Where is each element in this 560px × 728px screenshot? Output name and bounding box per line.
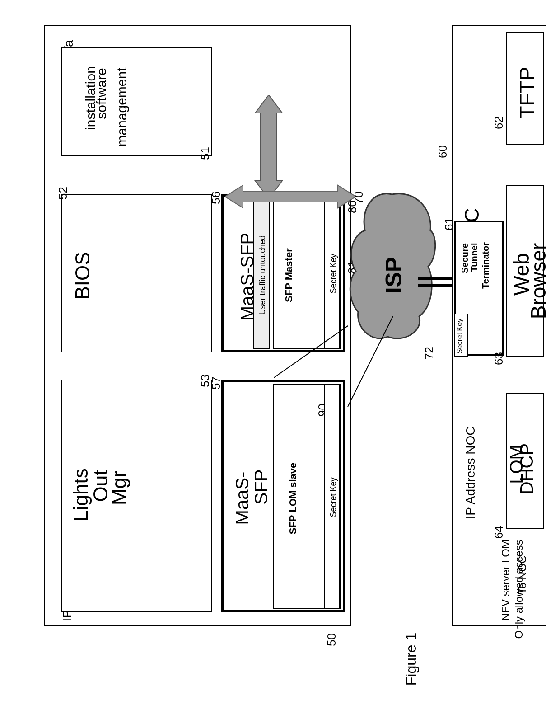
figure-label: Figure 1 — [403, 633, 420, 686]
noc-note-1: NFV server LOM — [499, 540, 512, 621]
tunnel-line-1 — [418, 277, 455, 280]
stt-line-1: Secure — [460, 243, 470, 273]
ref-50: 50 — [325, 633, 339, 646]
lom-connection-line — [343, 316, 406, 416]
tftp-label: TFTP — [515, 67, 539, 119]
secret-key-bottom-label: Secret Key — [329, 477, 338, 517]
sfp-master-label: SFP Master — [283, 248, 295, 302]
install-line-3: management — [114, 67, 130, 146]
maas-sfp-bottom-title-2: SFP — [251, 470, 271, 505]
svg-line-2 — [348, 316, 393, 407]
svg-marker-1 — [225, 185, 356, 208]
stt-line-3: Terminator — [481, 242, 491, 289]
ip-noc-label: IP Address NOC — [463, 427, 478, 519]
ref-51: 51 — [198, 147, 212, 160]
ref-60: 60 — [436, 145, 450, 158]
user-traffic-arrow-icon — [225, 183, 356, 210]
lom-line-1: Lights — [70, 468, 92, 521]
ref-63: 63 — [492, 352, 506, 365]
ref-64: 64 — [492, 526, 506, 539]
ref-70: 70 — [352, 191, 366, 204]
maas-sfp-bottom-title-1: MaaS- — [232, 472, 252, 525]
stt-secret-label: Secret Key — [456, 319, 464, 354]
user-traffic-label: User traffic untouched — [258, 235, 267, 315]
ref-72: 72 — [422, 347, 436, 360]
ref-62: 62 — [492, 116, 506, 129]
lomdhcp-line-2: DHCP — [517, 443, 537, 494]
ref-61: 61 — [442, 217, 456, 230]
isp-label: ISP — [381, 257, 407, 294]
noc-note-3: To NOC — [516, 555, 529, 594]
stt-line-2: Tunnel — [469, 243, 480, 272]
secret-key-top-label: Secret Key — [329, 254, 338, 293]
browser-line-2: Browser — [526, 243, 551, 319]
ref-57: 57 — [209, 376, 223, 390]
bios-label: BIOS — [71, 252, 94, 299]
ref-52: 52 — [56, 187, 70, 200]
install-line-2: software — [94, 68, 109, 119]
lom-line-3: Mgr — [108, 471, 131, 505]
sfp-lom-slave-label: SFP LOM slave — [287, 463, 299, 535]
tunnel-line-2 — [418, 284, 455, 287]
